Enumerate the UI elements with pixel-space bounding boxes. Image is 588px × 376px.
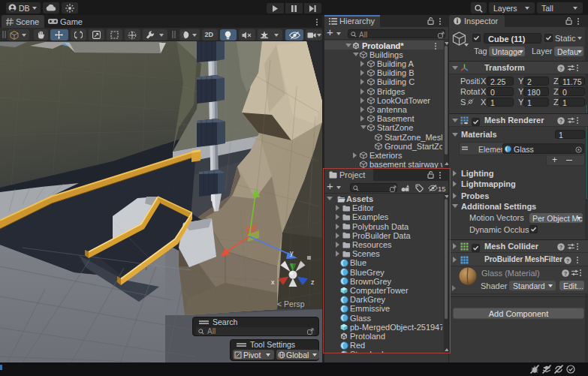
svg-text:?: ? [559, 65, 563, 71]
svg-text:?: ? [564, 269, 568, 276]
svg-text:?: ? [559, 243, 563, 250]
svg-text:?: ? [559, 117, 563, 124]
svg-text:x: x [271, 278, 275, 286]
svg-text:< Persp: < Persp [277, 299, 305, 308]
svg-text:z: z [311, 278, 315, 286]
svg-text:?: ? [566, 257, 570, 263]
svg-text:y: y [290, 249, 294, 257]
